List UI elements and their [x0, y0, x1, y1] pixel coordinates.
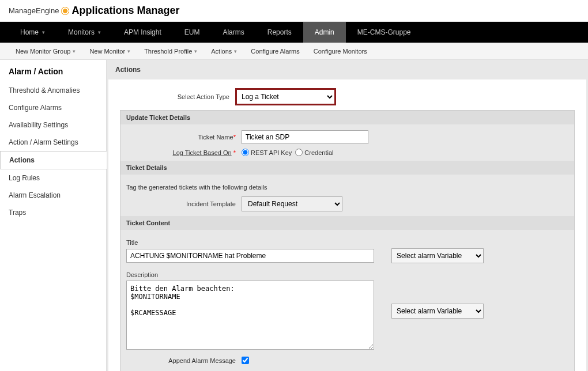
- subnav-item-actions[interactable]: Actions▾: [204, 48, 244, 55]
- content-area: Actions Select Action Type Log a Ticket …: [107, 60, 588, 371]
- header-bar: ManageEngine Applications Manager: [0, 0, 588, 22]
- incident-template-row: Incident Template Default Request: [120, 196, 574, 211]
- sidebar-item-alarm-escalation[interactable]: Alarm Escalation: [0, 187, 106, 204]
- chevron-down-icon: ▾: [234, 48, 237, 54]
- append-alarm-label: Append Alarm Message: [126, 357, 242, 364]
- nav-item-reports[interactable]: Reports: [256, 22, 303, 43]
- logo: ManageEngine Applications Manager: [9, 5, 579, 17]
- ticket-name-label: Ticket Name*: [126, 134, 242, 141]
- sidebar-item-log-rules[interactable]: Log Rules: [0, 169, 106, 187]
- nav-primary: Home▾Monitors▾APM InsightEUMAlarmsReport…: [0, 22, 588, 43]
- radio-cred-input[interactable]: [295, 149, 303, 156]
- sidebar-item-action-alarm-settings[interactable]: Action / Alarm Settings: [0, 134, 106, 151]
- update-ticket-details-header: Update Ticket Details: [120, 111, 574, 124]
- chevron-down-icon: ▾: [42, 29, 45, 35]
- nav-item-apm-insight[interactable]: APM Insight: [112, 22, 173, 43]
- title-row: Select alarm Variable: [120, 248, 574, 263]
- sidebar-item-availability-settings[interactable]: Availability Settings: [0, 116, 106, 134]
- select-action-type-label: Select Action Type: [120, 93, 235, 100]
- log-ticket-radio-group: REST API Key Credential: [242, 149, 333, 156]
- nav-item-me-cms-gruppe[interactable]: ME-CMS-Gruppe: [346, 22, 423, 43]
- append-alarm-row: Append Alarm Message: [120, 357, 574, 364]
- incident-template-label: Incident Template: [126, 200, 242, 207]
- log-ticket-based-on-row: Log Ticket Based On * REST API Key Crede…: [120, 149, 574, 156]
- brand-icon: [61, 7, 69, 15]
- log-ticket-based-on-label: Log Ticket Based On *: [126, 149, 242, 156]
- subnav-item-new-monitor[interactable]: New Monitor▾: [82, 48, 137, 55]
- sidebar-item-actions[interactable]: Actions: [0, 151, 107, 169]
- subnav-item-configure-monitors[interactable]: Configure Monitors: [307, 48, 374, 55]
- nav-secondary: New Monitor Group▾New Monitor▾Threshold …: [0, 43, 588, 60]
- radio-credential[interactable]: Credential: [295, 149, 333, 156]
- title-variable-dropdown[interactable]: Select alarm Variable: [391, 248, 484, 263]
- subnav-item-threshold-profile[interactable]: Threshold Profile▾: [137, 48, 204, 55]
- ticket-name-row: Ticket Name*: [120, 130, 574, 144]
- content-body: Select Action Type Log a Ticket Update T…: [108, 80, 586, 371]
- subnav-item-new-monitor-group[interactable]: New Monitor Group▾: [9, 48, 82, 55]
- ticket-details-tagline: Tag the generated tickets with the follo…: [120, 180, 574, 196]
- content-title: Actions: [107, 60, 588, 80]
- select-action-type-dropdown[interactable]: Log a Ticket: [235, 88, 336, 105]
- chevron-down-icon: ▾: [73, 48, 76, 54]
- brand-text-1: ManageEngine: [9, 6, 59, 15]
- chevron-down-icon: ▾: [98, 29, 101, 35]
- radio-rest-input[interactable]: [242, 149, 249, 156]
- nav-item-monitors[interactable]: Monitors▾: [56, 22, 112, 43]
- brand-text-2: Applications Manager: [71, 5, 179, 17]
- update-ticket-details-section: Update Ticket Details Ticket Name* Log T…: [120, 110, 575, 371]
- radio-rest-api[interactable]: REST API Key: [242, 149, 292, 156]
- nav-item-home[interactable]: Home▾: [9, 22, 56, 43]
- select-action-type-row: Select Action Type Log a Ticket: [120, 88, 575, 105]
- description-variable-dropdown[interactable]: Select alarm Variable: [391, 304, 484, 319]
- subnav-item-configure-alarms[interactable]: Configure Alarms: [244, 48, 306, 55]
- nav-item-admin[interactable]: Admin: [303, 22, 346, 43]
- append-alarm-checkbox[interactable]: [242, 357, 249, 364]
- nav-item-alarms[interactable]: Alarms: [211, 22, 255, 43]
- chevron-down-icon: ▾: [127, 48, 130, 54]
- ticket-details-header: Ticket Details: [120, 161, 574, 175]
- nav-item-eum[interactable]: EUM: [173, 22, 212, 43]
- main-container: Alarm / Action Threshold & AnomaliesConf…: [0, 60, 588, 371]
- sidebar-title: Alarm / Action: [0, 60, 106, 82]
- sidebar-item-threshold-anomalies[interactable]: Threshold & Anomalies: [0, 82, 106, 99]
- sidebar: Alarm / Action Threshold & AnomaliesConf…: [0, 60, 107, 371]
- sidebar-item-configure-alarms[interactable]: Configure Alarms: [0, 99, 106, 116]
- sidebar-item-traps[interactable]: Traps: [0, 204, 106, 221]
- description-label: Description: [120, 268, 574, 281]
- description-textarea[interactable]: [126, 281, 374, 350]
- description-row: Select alarm Variable: [120, 281, 574, 350]
- title-label: Title: [120, 236, 574, 248]
- ticket-name-input[interactable]: [242, 130, 368, 144]
- ticket-content-header: Ticket Content: [120, 216, 574, 230]
- chevron-down-icon: ▾: [194, 48, 197, 54]
- title-input[interactable]: [126, 249, 374, 263]
- incident-template-dropdown[interactable]: Default Request: [242, 196, 342, 211]
